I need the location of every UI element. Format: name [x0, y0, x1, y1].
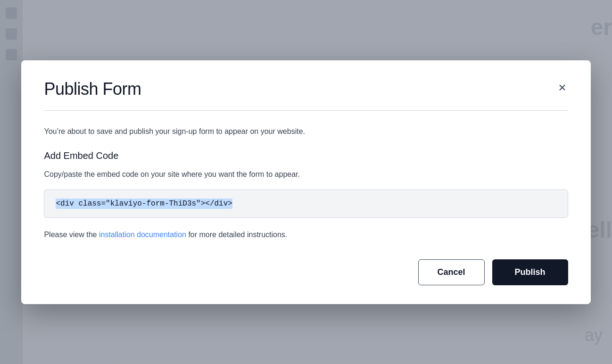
modal-footer: Cancel Publish — [21, 259, 590, 304]
close-button[interactable]: × — [556, 79, 568, 96]
install-note: Please view the installation documentati… — [44, 229, 568, 240]
publish-description: You’re about to save and publish your si… — [44, 126, 568, 137]
embed-code-value: <div class="klaviyo-form-ThiD3s"></div> — [56, 199, 232, 209]
embed-code-box[interactable]: <div class="klaviyo-form-ThiD3s"></div> — [44, 190, 568, 218]
modal-title: Publish Form — [44, 79, 141, 99]
installation-documentation-link[interactable]: installation documentation — [99, 231, 186, 239]
publish-form-modal: Publish Form × You’re about to save and … — [21, 60, 590, 304]
close-icon: × — [558, 81, 566, 94]
install-note-after: for more detailed instructions. — [186, 231, 287, 239]
embed-instruction: Copy/paste the embed code on your site w… — [44, 169, 568, 180]
modal-body: You’re about to save and publish your si… — [21, 111, 590, 259]
install-note-before: Please view the — [44, 231, 99, 239]
cancel-button[interactable]: Cancel — [418, 259, 485, 285]
embed-section-heading: Add Embed Code — [44, 150, 568, 161]
modal-header: Publish Form × — [21, 60, 590, 110]
modal-overlay: Publish Form × You’re about to save and … — [0, 0, 612, 364]
publish-button[interactable]: Publish — [492, 259, 568, 285]
